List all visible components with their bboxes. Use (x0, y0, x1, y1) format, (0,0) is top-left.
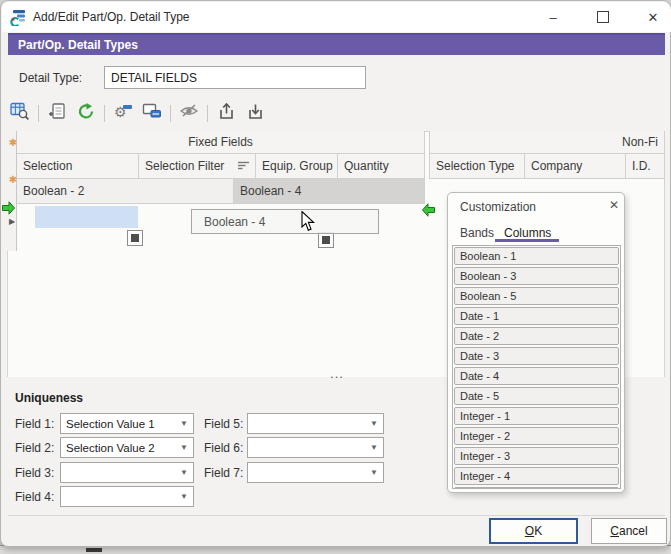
maximize-button[interactable] (583, 3, 623, 31)
maximize-icon (597, 11, 609, 23)
caption-text: Part/Op. Detail Types (18, 38, 138, 52)
chevron-down-icon: ▼ (180, 468, 193, 477)
customization-list-item[interactable]: Integer - 2 (454, 427, 619, 445)
import-button[interactable] (244, 102, 266, 124)
toolbar-separator (170, 105, 171, 122)
background-window-content (86, 548, 102, 552)
field7-dropdown[interactable]: ▼ (247, 462, 384, 483)
uniqueness-heading: Uniqueness (15, 391, 83, 405)
customization-list-item[interactable]: Integer - 4 (454, 467, 619, 485)
band-header-fixed[interactable]: Fixed Fields (17, 131, 425, 154)
customization-list-item[interactable]: Boolean - 3 (454, 267, 619, 285)
chevron-down-icon: ▼ (180, 492, 193, 501)
close-button[interactable]: ✕ (633, 3, 671, 31)
chevron-down-icon: ▼ (370, 419, 383, 428)
column-header-label: Selection Filter (145, 159, 224, 173)
checkbox-indeterminate-icon (131, 234, 139, 242)
caption-band: Part/Op. Detail Types (8, 33, 665, 55)
column-header-selection-filter[interactable]: Selection Filter (139, 154, 256, 179)
customization-list: Boolean - 1 Boolean - 3 Boolean - 5 Date… (452, 245, 621, 489)
field4-label: Field 4: (15, 490, 54, 504)
customization-list-item[interactable]: Boolean - 5 (454, 287, 619, 305)
column-header-selection[interactable]: Selection (17, 154, 139, 179)
layout-windows-icon (142, 101, 162, 125)
chevron-down-icon: ▼ (180, 443, 193, 452)
customization-panel: Customization ✕ Bands Columns Boolean - … (447, 192, 625, 493)
boolean-2-checkbox[interactable] (127, 230, 143, 246)
drag-ghost-boolean-4: Boolean - 4 (191, 209, 379, 234)
detail-type-input[interactable]: DETAIL FIELDS (104, 66, 366, 89)
customization-list-item[interactable]: Integer - 5 (454, 487, 619, 489)
app-icon (10, 9, 27, 30)
splitter-grip[interactable]: ... (319, 366, 355, 381)
refresh-icon (77, 102, 96, 125)
field3-dropdown[interactable]: ▼ (60, 462, 194, 483)
active-tab-underline (495, 239, 559, 242)
footer-separator (8, 515, 665, 516)
settings-gear-button[interactable]: ⚙ (112, 102, 134, 124)
refresh-button[interactable] (75, 102, 97, 124)
ok-button-label: OK (525, 524, 542, 538)
close-icon: ✕ (648, 10, 659, 25)
grid-search-button[interactable] (9, 102, 31, 124)
import-down-icon (246, 102, 265, 125)
customization-list-item[interactable]: Boolean - 1 (454, 247, 619, 265)
layout-windows-button[interactable] (141, 102, 163, 124)
customization-list-item[interactable]: Date - 1 (454, 307, 619, 325)
customization-list-item[interactable]: Date - 5 (454, 387, 619, 405)
customization-list-item[interactable]: Integer - 1 (454, 407, 619, 425)
customization-list-item[interactable]: Date - 4 (454, 367, 619, 385)
selected-cell[interactable] (35, 206, 138, 228)
export-up-icon (217, 102, 236, 125)
toolbar-separator (104, 105, 105, 122)
ok-button[interactable]: OK (489, 518, 578, 544)
field3-label: Field 3: (15, 466, 54, 480)
dialog-window: Add/Edit Part/Op. Detail Type – ✕ Part/O… (0, 0, 671, 547)
customization-close-button[interactable]: ✕ (606, 198, 622, 212)
field4-dropdown[interactable]: ▼ (60, 486, 194, 507)
field5-label: Field 5: (204, 417, 243, 431)
field5-dropdown[interactable]: ▼ (247, 413, 384, 434)
chevron-down-icon: ▼ (180, 419, 193, 428)
column-header-quantity[interactable]: Quantity (338, 154, 425, 179)
settings-gear-icon: ⚙ (113, 101, 133, 125)
column-header-boolean-4-drag-source[interactable]: Boolean - 4 (234, 179, 425, 204)
new-document-icon (48, 102, 67, 125)
field1-label: Field 1: (15, 417, 54, 431)
column-header-company[interactable]: Company (525, 154, 626, 179)
toolbar-separator (207, 105, 208, 122)
column-header-selection-type[interactable]: Selection Type (429, 154, 525, 179)
boolean-4-checkbox[interactable] (318, 232, 334, 248)
customization-list-item[interactable]: Integer - 3 (454, 447, 619, 465)
new-document-button[interactable] (46, 102, 68, 124)
field2-label: Field 2: (15, 441, 54, 455)
mouse-cursor-icon (301, 211, 315, 236)
window-title: Add/Edit Part/Op. Detail Type (33, 10, 190, 24)
customization-list-item[interactable]: Date - 3 (454, 347, 619, 365)
field6-dropdown[interactable]: ▼ (247, 437, 384, 458)
chevron-down-icon: ▼ (370, 468, 383, 477)
minimize-button[interactable]: – (533, 3, 573, 31)
toolbar-separator (38, 105, 39, 122)
detail-type-value: DETAIL FIELDS (111, 71, 197, 85)
field6-label: Field 6: (204, 441, 243, 455)
field1-dropdown[interactable]: Selection Value 1 ▼ (60, 413, 194, 434)
detail-type-label: Detail Type: (19, 71, 82, 85)
column-header-equip-group[interactable]: Equip. Group (256, 154, 338, 179)
drop-indicator-left-arrow-icon (2, 201, 15, 219)
customization-list-item[interactable]: Date - 2 (454, 327, 619, 345)
chevron-down-icon: ▼ (370, 443, 383, 452)
cancel-button[interactable]: Cancel (591, 518, 667, 544)
band-header-non-fixed[interactable]: Non-Fi (429, 131, 665, 154)
field7-label: Field 7: (204, 466, 243, 480)
hide-eye-button[interactable] (178, 102, 200, 124)
minimize-icon: – (549, 10, 556, 25)
column-header-boolean-2[interactable]: Boolean - 2 (17, 179, 234, 204)
export-button[interactable] (215, 102, 237, 124)
field2-value: Selection Value 2 (66, 442, 155, 454)
field2-dropdown[interactable]: Selection Value 2 ▼ (60, 437, 194, 458)
column-header-id[interactable]: I.D. (626, 154, 665, 179)
grid-search-icon (10, 101, 30, 125)
toolbar: ⚙ (9, 100, 266, 126)
tab-bands[interactable]: Bands (460, 222, 494, 244)
